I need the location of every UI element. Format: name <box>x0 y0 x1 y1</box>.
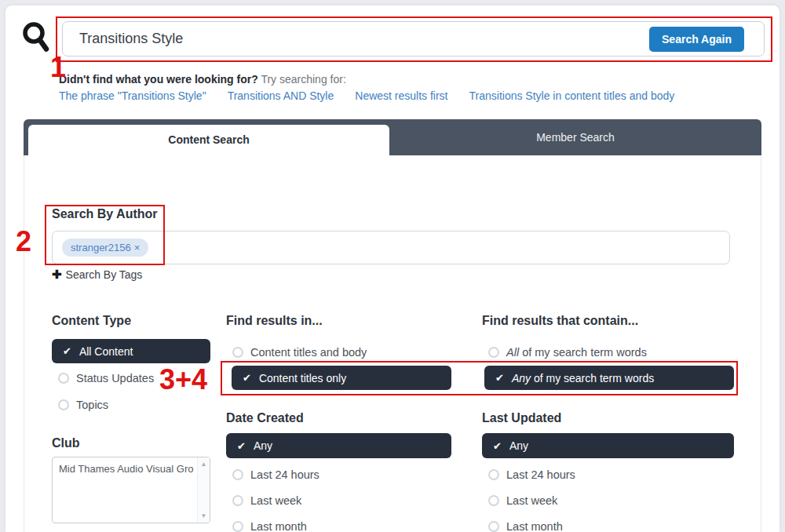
club-heading: Club <box>52 436 80 450</box>
radio-updated-last-24-hours[interactable]: Last 24 hours <box>488 468 575 481</box>
radio-content-titles-and-body[interactable]: Content titles and body <box>232 346 367 359</box>
search-by-tags-label: Search By Tags <box>66 268 143 281</box>
check-icon: ✔ <box>495 372 504 384</box>
radio-circle[interactable] <box>488 495 499 506</box>
radio-circle[interactable] <box>58 399 69 410</box>
search-again-button[interactable]: Search Again <box>649 27 744 52</box>
search-page: Search Again Didn't find what you were l… <box>0 0 785 532</box>
club-option[interactable]: Mid Thames Audio Visual Gro <box>59 463 194 475</box>
tab-member-search[interactable]: Member Search <box>389 119 761 155</box>
content-type-heading: Content Type <box>52 314 131 328</box>
radio-updated-last-week[interactable]: Last week <box>488 494 557 507</box>
radio-circle[interactable] <box>488 521 499 532</box>
radio-updated-last-month[interactable]: Last month <box>488 520 563 532</box>
radio-created-last-24-hours[interactable]: Last 24 hours <box>232 468 319 481</box>
club-listbox[interactable]: Mid Thames Audio Visual Gro ▲ ▼ <box>52 457 210 523</box>
suggestion-link-titles-body[interactable]: Transitions Style in content titles and … <box>469 89 675 102</box>
check-icon: ✔ <box>63 345 71 357</box>
check-icon: ✔ <box>493 440 502 452</box>
radio-status-updates[interactable]: Status Updates <box>58 372 154 384</box>
remove-tag-icon[interactable]: × <box>134 242 141 253</box>
search-suggestion-links: The phrase "Transitions Style" Transitio… <box>59 89 674 102</box>
find-results-in-heading: Find results in... <box>226 314 323 328</box>
radio-circle[interactable] <box>232 469 243 480</box>
radio-circle[interactable] <box>232 347 243 358</box>
find-in-content-titles-only-selected[interactable]: ✔ Content titles only <box>232 366 451 390</box>
content-type-all-content-selected[interactable]: ✔ All Content <box>52 339 210 363</box>
prompt-bold: Didn't find what you were looking for? <box>59 73 258 86</box>
plus-icon: ✚ <box>52 268 62 281</box>
pill-label: Any <box>509 439 528 452</box>
suggestion-link-and[interactable]: Transitions AND Style <box>228 89 334 102</box>
radio-circle[interactable] <box>58 373 69 384</box>
search-by-author-heading: Search By Author <box>52 207 158 221</box>
radio-topics[interactable]: Topics <box>58 399 108 411</box>
radio-created-last-month[interactable]: Last month <box>232 520 307 532</box>
last-updated-heading: Last Updated <box>482 411 561 425</box>
suggestion-link-phrase[interactable]: The phrase "Transitions Style" <box>59 89 206 102</box>
author-input[interactable]: stranger2156× <box>52 231 730 264</box>
radio-circle[interactable] <box>488 469 499 480</box>
date-created-heading: Date Created <box>226 411 304 425</box>
last-updated-any-selected[interactable]: ✔ Any <box>482 433 734 458</box>
didnt-find-prompt: Didn't find what you were looking for? T… <box>59 73 346 86</box>
search-bar: Search Again <box>62 21 765 56</box>
radio-circle[interactable] <box>232 495 243 506</box>
check-icon: ✔ <box>237 440 246 452</box>
search-by-tags-link[interactable]: ✚Search By Tags <box>52 268 142 282</box>
pill-label: Any <box>254 439 272 452</box>
radio-all-search-term-words[interactable]: All of my search term words <box>488 346 647 359</box>
tab-content-search[interactable]: Content Search <box>28 125 389 155</box>
date-created-any-selected[interactable]: ✔ Any <box>226 433 451 458</box>
contain-any-search-term-words-selected[interactable]: ✔ Any of my search term words <box>484 366 734 390</box>
search-icon <box>21 21 53 54</box>
search-tab-bar: Content Search Member Search <box>24 119 761 155</box>
pill-label: All Content <box>79 345 133 358</box>
pill-label: Any of my search term words <box>512 372 654 384</box>
club-scrollbar[interactable]: ▲ ▼ <box>197 457 210 523</box>
author-tag[interactable]: stranger2156× <box>62 239 148 257</box>
suggestion-link-newest[interactable]: Newest results first <box>355 89 447 102</box>
author-tag-label: stranger2156 <box>71 242 131 253</box>
prompt-rest: Try searching for: <box>258 73 346 86</box>
radio-created-last-week[interactable]: Last week <box>232 494 301 507</box>
scroll-up-icon[interactable]: ▲ <box>198 461 210 468</box>
radio-circle[interactable] <box>488 347 499 358</box>
radio-circle[interactable] <box>232 521 243 532</box>
check-icon: ✔ <box>243 372 251 384</box>
find-results-contain-heading: Find results that contain... <box>482 314 638 328</box>
pill-label: Content titles only <box>259 372 346 384</box>
scroll-down-icon[interactable]: ▼ <box>198 512 210 519</box>
